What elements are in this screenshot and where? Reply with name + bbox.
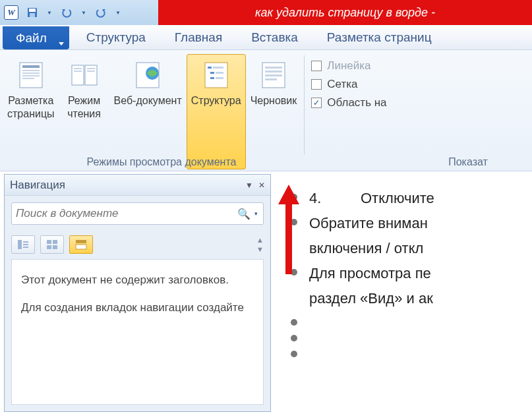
ribbon-tabs: Файл Структура Главная Вставка Разметка … [0,25,532,50]
view-outline-label: Структура [191,94,241,121]
nav-scroll-arrows[interactable]: ▲▼ [256,236,264,253]
tab-insert[interactable]: Вставка [237,25,312,49]
navigation-body-text-2: Для создания вкладок навигации создайте [21,299,254,316]
navigation-search[interactable]: 🔍 ▾ [11,202,264,225]
svg-rect-27 [265,74,282,76]
svg-rect-11 [74,68,82,69]
check-navpane-label: Область на [327,96,386,109]
svg-rect-17 [205,63,227,88]
doc-text: раздел «Вид» и ак [309,287,433,310]
search-icon[interactable]: 🔍 [235,208,253,220]
ribbon: Разметка страницы Режим чтения Веб-докум… [0,50,532,171]
qat-dropdown-icon[interactable]: ▼ [46,10,53,16]
svg-rect-19 [213,67,223,69]
svg-rect-38 [76,245,86,249]
word-app-icon[interactable]: W [4,5,18,20]
svg-rect-36 [53,245,57,249]
draft-icon [258,60,289,90]
view-outline-button[interactable]: Структура [187,54,246,169]
undo-icon [60,7,73,18]
bullet-icon [291,269,297,276]
qat-save-button[interactable] [24,4,41,21]
svg-rect-4 [22,65,40,68]
qat-customize-dropdown-icon[interactable]: ▼ [115,10,121,16]
view-reading-button[interactable]: Режим чтения [59,54,109,169]
qat-undo-dropdown-icon[interactable]: ▼ [80,10,87,16]
svg-rect-21 [216,72,223,74]
navigation-body: Этот документ не содержит заголовков. Дл… [11,259,264,405]
quick-access-toolbar: W ▼ ▼ ▼ [0,0,158,25]
bullet-icon [291,194,297,200]
doc-text: Обратите вниман [309,212,428,235]
navigation-pane-close-icon[interactable]: ✕ [258,181,265,190]
view-web-button[interactable]: Веб-документ [109,54,187,169]
navigation-search-input[interactable] [16,207,235,220]
doc-line [291,344,532,357]
svg-rect-25 [265,67,282,69]
page-layout-icon [16,60,46,90]
qat-undo-button[interactable] [58,4,75,21]
navigation-body-text-1: Этот документ не содержит заголовков. [21,272,254,289]
navigation-pane-menu-icon[interactable]: ▼ [245,181,253,190]
results-icon [75,239,87,250]
svg-rect-12 [74,71,82,72]
view-draft-label: Черновик [251,94,297,121]
view-page-layout-label: Разметка страницы [7,94,55,121]
svg-rect-22 [210,77,214,79]
title-bar: W ▼ ▼ ▼ как удалить страницу в ворде - [0,0,532,25]
svg-rect-23 [216,77,223,79]
svg-rect-31 [23,244,28,245]
reading-icon [69,60,100,90]
check-grid[interactable]: Сетка [307,75,361,94]
nav-tab-pages[interactable] [40,235,64,254]
search-dropdown-icon[interactable]: ▾ [253,210,259,217]
svg-rect-26 [265,71,282,73]
svg-rect-8 [22,78,34,79]
bullet-icon [291,335,297,341]
svg-rect-18 [208,67,212,69]
check-grid-label: Сетка [327,78,357,91]
document-area[interactable]: 4. Отключите Обратите вниман включения /… [271,171,532,412]
check-navpane[interactable]: Область на [307,94,390,112]
window-title: как удалить страницу в ворде - [158,0,532,25]
doc-line [291,312,532,326]
doc-text: включения / откл [309,237,423,260]
doc-text: Отключите [361,187,434,210]
svg-rect-33 [47,240,51,244]
ribbon-group-show-title: Показат [409,154,527,168]
doc-text: Для просмотра пе [309,262,431,285]
qat-redo-button[interactable] [92,4,109,21]
svg-rect-6 [22,73,40,74]
doc-line: включения / откл [291,237,532,260]
checkbox-icon [311,98,322,108]
view-draft-button[interactable]: Черновик [246,54,302,169]
bullet-icon [291,219,297,225]
svg-rect-30 [23,241,28,243]
tab-page-layout[interactable]: Разметка страниц [312,25,446,49]
tab-structure[interactable]: Структура [72,25,160,49]
checkbox-icon [311,79,322,90]
pages-icon [46,239,58,250]
view-page-layout-button[interactable]: Разметка страницы [3,54,59,169]
doc-line [291,328,532,341]
redo-icon [94,7,107,18]
svg-rect-1 [29,9,36,12]
svg-rect-37 [76,240,86,243]
web-icon [133,60,163,90]
navigation-pane-header: Навигация ▼ ✕ [5,175,270,196]
svg-rect-29 [18,240,22,249]
nav-tab-results[interactable] [69,235,93,254]
nav-tab-headings[interactable] [11,235,35,254]
svg-rect-32 [23,247,28,248]
outline-icon [201,60,231,90]
svg-rect-35 [47,245,51,249]
check-ruler[interactable]: Линейка [307,57,374,75]
workspace: Навигация ▼ ✕ 🔍 ▾ ▲▼ [0,171,532,412]
tab-file[interactable]: Файл [3,26,69,49]
checkbox-icon [311,61,322,71]
doc-line: Обратите вниман [291,212,532,235]
tab-home[interactable]: Главная [160,25,237,49]
bullet-icon [291,319,297,326]
navigation-pane-title: Навигация [10,179,65,192]
svg-rect-5 [22,70,40,71]
